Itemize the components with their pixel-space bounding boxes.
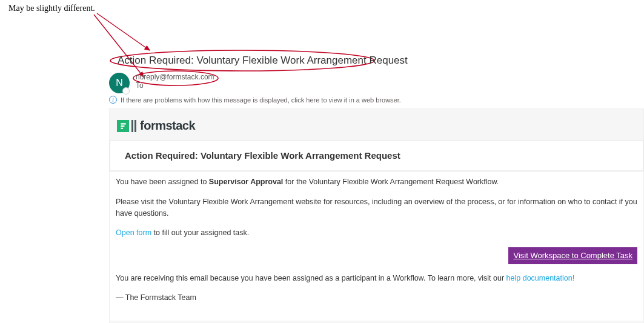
paragraph-assigned: You have been assigned to Supervisor App…: [116, 176, 637, 188]
cta-row: Visit Workspace to Complete Task: [116, 247, 637, 264]
info-bar-text: If there are problems with how this mess…: [121, 96, 401, 104]
svg-line-0: [97, 13, 150, 50]
p4-a: You are receiving this email because you…: [116, 274, 506, 282]
open-form-rest: to fill out your assigned task.: [151, 228, 249, 237]
p1-role: Supervisor Approval: [209, 178, 284, 186]
sender-email: noreply@formstack.com: [136, 73, 214, 81]
info-bar[interactable]: i If there are problems with how this me…: [109, 96, 644, 104]
open-form-link[interactable]: Open form: [116, 228, 151, 237]
signoff: — The Formstack Team: [116, 292, 637, 304]
recipient-label: To: [136, 81, 214, 90]
p1-c: for the Voluntary Flexible Work Arrangem…: [283, 178, 499, 186]
brand-row: formstack: [110, 109, 643, 140]
message-body: You have been assigned to Supervisor App…: [110, 171, 643, 321]
email-container: Action Required: Voluntary Flexible Work…: [109, 55, 644, 323]
sender-avatar: N: [109, 73, 130, 93]
help-documentation-link[interactable]: help documentation!: [506, 274, 575, 282]
message-card: Action Required: Voluntary Flexible Work…: [110, 140, 643, 171]
email-subject: Action Required: Voluntary Flexible Work…: [118, 55, 644, 67]
sender-row: N noreply@formstack.com To: [109, 73, 644, 93]
visit-workspace-button[interactable]: Visit Workspace to Complete Task: [508, 247, 637, 264]
avatar-initial: N: [116, 78, 123, 88]
message-title: Action Required: Voluntary Flexible Work…: [110, 141, 643, 171]
email-footer: Copyright © 2021 Formstack, LLC. All rig…: [110, 321, 643, 323]
paragraph-footer-note: You are receiving this email because you…: [116, 273, 637, 284]
avatar-status-icon: [122, 87, 130, 95]
info-icon: i: [109, 96, 117, 104]
paragraph-visit: Please visit the Voluntary Flexible Work…: [116, 196, 637, 219]
sender-meta: noreply@formstack.com To: [136, 73, 214, 90]
paragraph-open-form: Open form to fill out your assigned task…: [116, 227, 637, 239]
brand-bars-icon: [130, 120, 136, 132]
brand-name: formstack: [140, 119, 195, 133]
email-body: formstack Action Required: Voluntary Fle…: [109, 108, 644, 323]
formstack-logo-icon: [117, 120, 129, 132]
annotation-note: May be slightly different.: [8, 4, 95, 13]
p1-a: You have been assigned to: [116, 178, 209, 186]
